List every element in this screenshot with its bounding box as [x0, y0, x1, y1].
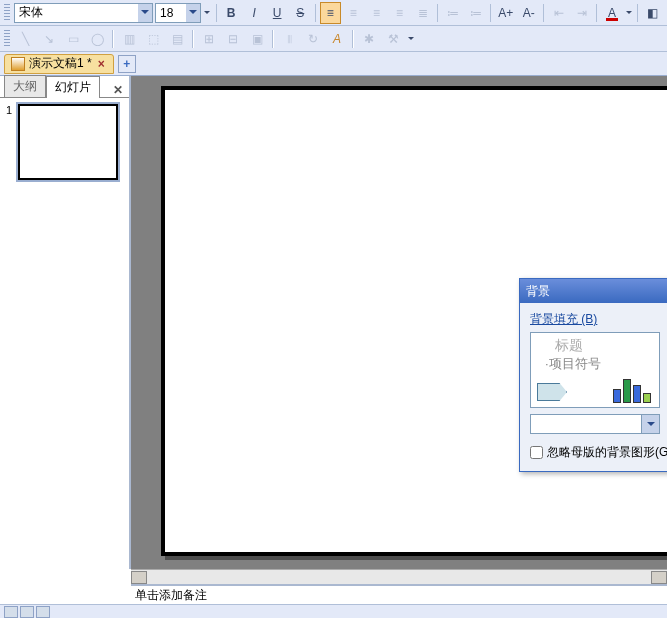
tab-slides-label: 幻灯片: [55, 80, 91, 94]
normal-view-button[interactable]: [4, 606, 18, 618]
font-name-dropdown-icon[interactable]: [138, 4, 152, 22]
italic-icon: I: [252, 6, 255, 20]
strike-icon: S: [296, 6, 304, 20]
textbox-button[interactable]: ⬚: [142, 28, 164, 50]
tab-outline-label: 大纲: [13, 79, 37, 93]
align-distribute-button[interactable]: ≣: [412, 2, 433, 24]
align-center-icon: ≡: [350, 6, 357, 20]
align-distribute-icon: ≣: [418, 6, 428, 20]
font-color-button[interactable]: A: [601, 2, 622, 24]
drawing-toolbar: ╲ ↘ ▭ ◯ ▥ ⬚ ▤ ⊞ ⊟ ▣ ⫴ ↻ A ✱ ⚒: [0, 26, 667, 52]
slide-number: 1: [6, 104, 14, 180]
add-tab-button[interactable]: +: [118, 55, 136, 73]
group-button[interactable]: ⊞: [198, 28, 220, 50]
bring-front-button[interactable]: ▣: [246, 28, 268, 50]
tab-outline[interactable]: 大纲: [4, 75, 46, 97]
slide-editor[interactable]: 背景 ✕ 背景填充 (B) 标题 ·项目符号: [131, 76, 667, 569]
bold-icon: B: [227, 6, 236, 20]
numbered-list-button[interactable]: ≔: [442, 2, 463, 24]
ungroup-button[interactable]: ⊟: [222, 28, 244, 50]
align-right-button[interactable]: ≡: [366, 2, 387, 24]
preview-bullet-text: ·项目符号: [545, 355, 653, 373]
font-color-dropdown-icon[interactable]: [624, 9, 633, 17]
font-size-dropdown-icon[interactable]: [186, 4, 200, 22]
omit-master-row: 忽略母版的背景图形(G): [530, 444, 667, 461]
separator: [192, 30, 194, 48]
tab-slides[interactable]: 幻灯片: [46, 76, 100, 98]
align-justify-icon: ≡: [396, 6, 403, 20]
separator: [112, 30, 114, 48]
document-tab[interactable]: 演示文稿1 * ×: [4, 54, 114, 74]
omit-master-checkbox[interactable]: [530, 446, 543, 459]
picture-button[interactable]: ▤: [166, 28, 188, 50]
font-name-combo[interactable]: 宋体: [14, 3, 153, 23]
preview-title-text: 标题: [555, 337, 653, 355]
italic-button[interactable]: I: [244, 2, 265, 24]
tools-button[interactable]: ✱: [358, 28, 380, 50]
background-dialog: 背景 ✕ 背景填充 (B) 标题 ·项目符号: [519, 278, 667, 472]
wordart-button[interactable]: A: [326, 28, 348, 50]
toolbar-grip[interactable]: [4, 4, 10, 22]
underline-icon: U: [273, 6, 282, 20]
slide-thumbnail-1[interactable]: [18, 104, 118, 180]
dialog-titlebar[interactable]: 背景 ✕: [520, 279, 667, 303]
horizontal-scrollbar[interactable]: [131, 569, 667, 584]
status-bar: [0, 604, 667, 618]
decrease-indent-button[interactable]: ⇤: [548, 2, 569, 24]
separator: [437, 4, 438, 22]
fill-color-select[interactable]: [530, 414, 660, 434]
design-icon: ◧: [647, 6, 658, 20]
font-size-value: 18: [156, 6, 177, 20]
align-objects-button[interactable]: ⫴: [278, 28, 300, 50]
underline-button[interactable]: U: [267, 2, 288, 24]
toolbar-overflow-icon[interactable]: [203, 9, 212, 17]
omit-master-label: 忽略母版的背景图形(G): [547, 444, 667, 461]
decrease-font-button[interactable]: A-: [518, 2, 539, 24]
numbered-list-icon: ≔: [447, 6, 459, 20]
thumbnails: 1: [0, 98, 129, 569]
scroll-right-button[interactable]: [651, 571, 667, 584]
strike-button[interactable]: S: [290, 2, 311, 24]
toolbar-overflow-icon[interactable]: [406, 35, 415, 43]
close-tab-icon[interactable]: ×: [96, 57, 107, 71]
increase-indent-button[interactable]: ⇥: [571, 2, 592, 24]
line-tool-button[interactable]: ╲: [14, 28, 36, 50]
increase-font-button[interactable]: A+: [495, 2, 516, 24]
presentation-icon: [11, 57, 25, 71]
bold-button[interactable]: B: [220, 2, 241, 24]
panel-close-icon[interactable]: ✕: [113, 83, 123, 97]
notes-pane[interactable]: 单击添加备注: [131, 584, 667, 604]
align-justify-button[interactable]: ≡: [389, 2, 410, 24]
chart-button[interactable]: ▥: [118, 28, 140, 50]
fill-dropdown-icon[interactable]: [642, 414, 660, 434]
decrease-font-icon: A: [523, 6, 531, 20]
scroll-left-button[interactable]: [131, 571, 147, 584]
separator: [352, 30, 354, 48]
panel-tabs: 大纲 幻灯片 ✕: [0, 76, 129, 98]
preview-chart-icon: [613, 375, 651, 403]
slide-panel: 大纲 幻灯片 ✕ 1: [0, 76, 131, 569]
rect-tool-button[interactable]: ▭: [62, 28, 84, 50]
toolbar-grip[interactable]: [4, 30, 10, 48]
document-tabs: 演示文稿1 * × +: [0, 52, 667, 76]
slideshow-view-button[interactable]: [36, 606, 50, 618]
background-preview: 标题 ·项目符号: [530, 332, 660, 408]
options-button[interactable]: ⚒: [382, 28, 404, 50]
separator: [543, 4, 544, 22]
plus-icon: +: [123, 57, 130, 71]
design-button[interactable]: ◧: [642, 2, 663, 24]
main-area: 大纲 幻灯片 ✕ 1 背景 ✕ 背景填充 (B): [0, 76, 667, 569]
rotate-button[interactable]: ↻: [302, 28, 324, 50]
arrow-tool-button[interactable]: ↘: [38, 28, 60, 50]
oval-tool-button[interactable]: ◯: [86, 28, 108, 50]
bullet-list-button[interactable]: ≔: [465, 2, 486, 24]
sorter-view-button[interactable]: [20, 606, 34, 618]
align-left-button[interactable]: ≡: [320, 2, 341, 24]
font-size-combo[interactable]: 18: [155, 3, 201, 23]
separator: [216, 4, 217, 22]
align-center-button[interactable]: ≡: [343, 2, 364, 24]
preview-arrow-shape: [537, 383, 567, 401]
fill-section-label: 背景填充 (B): [530, 311, 667, 328]
separator: [490, 4, 491, 22]
separator: [637, 4, 638, 22]
